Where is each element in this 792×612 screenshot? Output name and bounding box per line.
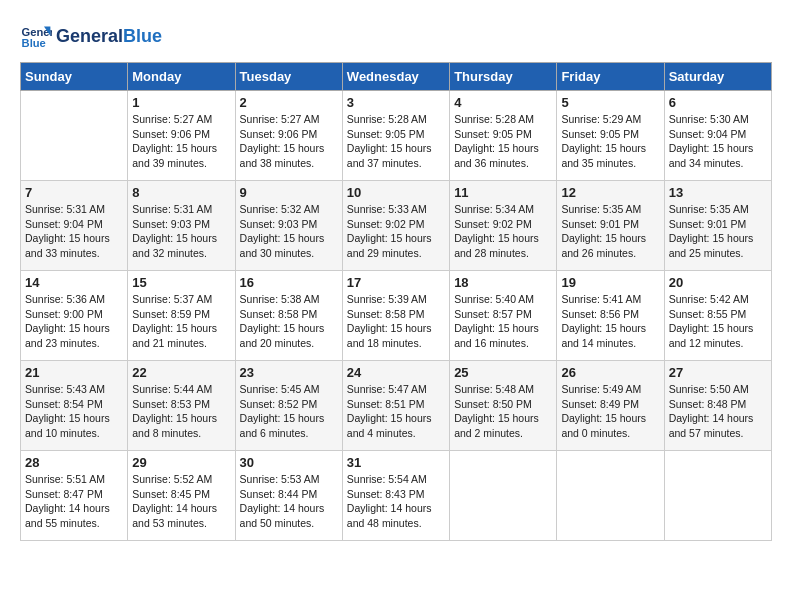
calendar-week-1: 1Sunrise: 5:27 AMSunset: 9:06 PMDaylight… — [21, 91, 772, 181]
day-info: Sunrise: 5:37 AMSunset: 8:59 PMDaylight:… — [132, 292, 230, 351]
calendar-cell: 31Sunrise: 5:54 AMSunset: 8:43 PMDayligh… — [342, 451, 449, 541]
logo-general: General — [56, 26, 123, 47]
calendar-cell: 20Sunrise: 5:42 AMSunset: 8:55 PMDayligh… — [664, 271, 771, 361]
weekday-header-sunday: Sunday — [21, 63, 128, 91]
day-number: 14 — [25, 275, 123, 290]
calendar-cell: 9Sunrise: 5:32 AMSunset: 9:03 PMDaylight… — [235, 181, 342, 271]
day-number: 29 — [132, 455, 230, 470]
day-number: 20 — [669, 275, 767, 290]
weekday-header-thursday: Thursday — [450, 63, 557, 91]
day-number: 30 — [240, 455, 338, 470]
day-number: 26 — [561, 365, 659, 380]
calendar-cell: 2Sunrise: 5:27 AMSunset: 9:06 PMDaylight… — [235, 91, 342, 181]
calendar-cell: 5Sunrise: 5:29 AMSunset: 9:05 PMDaylight… — [557, 91, 664, 181]
day-info: Sunrise: 5:49 AMSunset: 8:49 PMDaylight:… — [561, 382, 659, 441]
calendar-cell: 28Sunrise: 5:51 AMSunset: 8:47 PMDayligh… — [21, 451, 128, 541]
calendar-cell: 17Sunrise: 5:39 AMSunset: 8:58 PMDayligh… — [342, 271, 449, 361]
calendar-cell — [557, 451, 664, 541]
day-number: 2 — [240, 95, 338, 110]
calendar-cell: 19Sunrise: 5:41 AMSunset: 8:56 PMDayligh… — [557, 271, 664, 361]
day-info: Sunrise: 5:43 AMSunset: 8:54 PMDaylight:… — [25, 382, 123, 441]
day-number: 28 — [25, 455, 123, 470]
weekday-header-tuesday: Tuesday — [235, 63, 342, 91]
day-info: Sunrise: 5:45 AMSunset: 8:52 PMDaylight:… — [240, 382, 338, 441]
calendar-week-4: 21Sunrise: 5:43 AMSunset: 8:54 PMDayligh… — [21, 361, 772, 451]
calendar-cell: 14Sunrise: 5:36 AMSunset: 9:00 PMDayligh… — [21, 271, 128, 361]
day-number: 24 — [347, 365, 445, 380]
day-info: Sunrise: 5:27 AMSunset: 9:06 PMDaylight:… — [132, 112, 230, 171]
day-info: Sunrise: 5:51 AMSunset: 8:47 PMDaylight:… — [25, 472, 123, 531]
weekday-header-friday: Friday — [557, 63, 664, 91]
weekday-header-monday: Monday — [128, 63, 235, 91]
calendar-cell: 29Sunrise: 5:52 AMSunset: 8:45 PMDayligh… — [128, 451, 235, 541]
page-header: General Blue General Blue — [20, 20, 772, 52]
day-info: Sunrise: 5:31 AMSunset: 9:04 PMDaylight:… — [25, 202, 123, 261]
calendar-cell: 24Sunrise: 5:47 AMSunset: 8:51 PMDayligh… — [342, 361, 449, 451]
day-number: 9 — [240, 185, 338, 200]
day-number: 16 — [240, 275, 338, 290]
day-number: 12 — [561, 185, 659, 200]
calendar-table: SundayMondayTuesdayWednesdayThursdayFrid… — [20, 62, 772, 541]
calendar-cell: 26Sunrise: 5:49 AMSunset: 8:49 PMDayligh… — [557, 361, 664, 451]
calendar-cell: 3Sunrise: 5:28 AMSunset: 9:05 PMDaylight… — [342, 91, 449, 181]
day-number: 17 — [347, 275, 445, 290]
day-info: Sunrise: 5:34 AMSunset: 9:02 PMDaylight:… — [454, 202, 552, 261]
calendar-cell: 30Sunrise: 5:53 AMSunset: 8:44 PMDayligh… — [235, 451, 342, 541]
day-info: Sunrise: 5:41 AMSunset: 8:56 PMDaylight:… — [561, 292, 659, 351]
calendar-cell: 13Sunrise: 5:35 AMSunset: 9:01 PMDayligh… — [664, 181, 771, 271]
calendar-cell: 21Sunrise: 5:43 AMSunset: 8:54 PMDayligh… — [21, 361, 128, 451]
day-number: 27 — [669, 365, 767, 380]
calendar-cell: 22Sunrise: 5:44 AMSunset: 8:53 PMDayligh… — [128, 361, 235, 451]
day-number: 4 — [454, 95, 552, 110]
day-info: Sunrise: 5:38 AMSunset: 8:58 PMDaylight:… — [240, 292, 338, 351]
calendar-cell: 4Sunrise: 5:28 AMSunset: 9:05 PMDaylight… — [450, 91, 557, 181]
day-number: 31 — [347, 455, 445, 470]
logo: General Blue General Blue — [20, 20, 162, 52]
day-number: 11 — [454, 185, 552, 200]
calendar-cell: 6Sunrise: 5:30 AMSunset: 9:04 PMDaylight… — [664, 91, 771, 181]
day-number: 25 — [454, 365, 552, 380]
calendar-cell: 16Sunrise: 5:38 AMSunset: 8:58 PMDayligh… — [235, 271, 342, 361]
calendar-week-3: 14Sunrise: 5:36 AMSunset: 9:00 PMDayligh… — [21, 271, 772, 361]
day-number: 22 — [132, 365, 230, 380]
calendar-cell: 18Sunrise: 5:40 AMSunset: 8:57 PMDayligh… — [450, 271, 557, 361]
day-info: Sunrise: 5:30 AMSunset: 9:04 PMDaylight:… — [669, 112, 767, 171]
day-info: Sunrise: 5:35 AMSunset: 9:01 PMDaylight:… — [669, 202, 767, 261]
calendar-cell: 1Sunrise: 5:27 AMSunset: 9:06 PMDaylight… — [128, 91, 235, 181]
weekday-header-wednesday: Wednesday — [342, 63, 449, 91]
calendar-week-2: 7Sunrise: 5:31 AMSunset: 9:04 PMDaylight… — [21, 181, 772, 271]
calendar-cell — [450, 451, 557, 541]
day-number: 6 — [669, 95, 767, 110]
day-info: Sunrise: 5:54 AMSunset: 8:43 PMDaylight:… — [347, 472, 445, 531]
calendar-cell: 15Sunrise: 5:37 AMSunset: 8:59 PMDayligh… — [128, 271, 235, 361]
day-number: 13 — [669, 185, 767, 200]
day-number: 7 — [25, 185, 123, 200]
day-info: Sunrise: 5:33 AMSunset: 9:02 PMDaylight:… — [347, 202, 445, 261]
day-info: Sunrise: 5:50 AMSunset: 8:48 PMDaylight:… — [669, 382, 767, 441]
day-info: Sunrise: 5:47 AMSunset: 8:51 PMDaylight:… — [347, 382, 445, 441]
calendar-cell: 11Sunrise: 5:34 AMSunset: 9:02 PMDayligh… — [450, 181, 557, 271]
day-number: 3 — [347, 95, 445, 110]
day-number: 5 — [561, 95, 659, 110]
day-number: 1 — [132, 95, 230, 110]
day-number: 10 — [347, 185, 445, 200]
calendar-cell: 25Sunrise: 5:48 AMSunset: 8:50 PMDayligh… — [450, 361, 557, 451]
calendar-week-5: 28Sunrise: 5:51 AMSunset: 8:47 PMDayligh… — [21, 451, 772, 541]
svg-text:Blue: Blue — [22, 37, 46, 49]
weekday-header-row: SundayMondayTuesdayWednesdayThursdayFrid… — [21, 63, 772, 91]
day-info: Sunrise: 5:40 AMSunset: 8:57 PMDaylight:… — [454, 292, 552, 351]
day-info: Sunrise: 5:48 AMSunset: 8:50 PMDaylight:… — [454, 382, 552, 441]
day-info: Sunrise: 5:52 AMSunset: 8:45 PMDaylight:… — [132, 472, 230, 531]
weekday-header-saturday: Saturday — [664, 63, 771, 91]
calendar-cell: 7Sunrise: 5:31 AMSunset: 9:04 PMDaylight… — [21, 181, 128, 271]
day-number: 19 — [561, 275, 659, 290]
day-info: Sunrise: 5:42 AMSunset: 8:55 PMDaylight:… — [669, 292, 767, 351]
calendar-cell — [21, 91, 128, 181]
day-info: Sunrise: 5:31 AMSunset: 9:03 PMDaylight:… — [132, 202, 230, 261]
calendar-cell: 12Sunrise: 5:35 AMSunset: 9:01 PMDayligh… — [557, 181, 664, 271]
calendar-cell — [664, 451, 771, 541]
logo-blue: Blue — [123, 26, 162, 47]
day-info: Sunrise: 5:53 AMSunset: 8:44 PMDaylight:… — [240, 472, 338, 531]
calendar-cell: 27Sunrise: 5:50 AMSunset: 8:48 PMDayligh… — [664, 361, 771, 451]
day-info: Sunrise: 5:32 AMSunset: 9:03 PMDaylight:… — [240, 202, 338, 261]
